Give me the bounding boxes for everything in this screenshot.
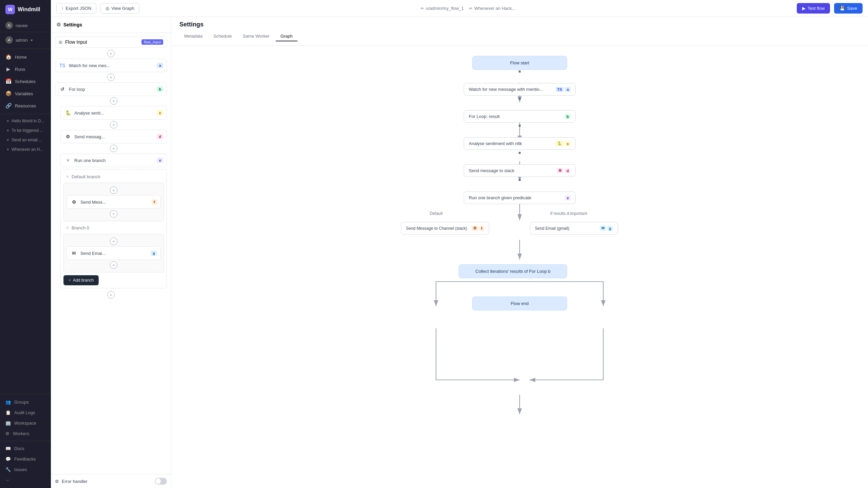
step-d[interactable]: ⚙ Send messag... d xyxy=(60,130,167,143)
flow-dot xyxy=(7,129,9,131)
flow-input-row[interactable]: ⊞ Flow Input flow_input xyxy=(55,36,167,48)
node-send-slack-badge: d xyxy=(565,168,571,173)
tab-metadata[interactable]: Metadata xyxy=(179,32,207,41)
dot-3 xyxy=(519,125,521,127)
add-branch-button[interactable]: ⑂ Add branch xyxy=(63,275,99,285)
left-panel: ⚙ Settings ⊞ Flow Input flow_input + TS … xyxy=(51,17,171,488)
add-button-1[interactable]: + xyxy=(107,74,115,81)
add-button-f-top[interactable]: + xyxy=(110,186,117,194)
add-button-e[interactable]: + xyxy=(110,145,117,152)
test-flow-button[interactable]: ▶ Test flow xyxy=(797,3,830,14)
branch-container: ⑂ Default branch + ⚙ Send Mess... f + xyxy=(60,169,167,288)
step-f[interactable]: ⚙ Send Mess... f xyxy=(66,195,161,209)
runs-icon: ▶ xyxy=(5,66,12,72)
step-g[interactable]: ✉ Send Emai... g xyxy=(66,246,161,260)
docs-icon: 📖 xyxy=(5,446,11,451)
sidebar-flow-whenever[interactable]: Whenever an H... xyxy=(0,145,51,154)
sidebar-bottom: 👥 Groups 📋 Audit Logs 🏢 Workspace ⚙ Work… xyxy=(0,394,51,488)
step-a-icon: TS xyxy=(59,62,66,69)
error-handler-label: Error handler xyxy=(62,479,88,484)
node-send-channel: Send Message to Channel (slack) ⚙ f xyxy=(401,222,489,235)
main-area: ↑ Export JSON ◎ View Graph ✏ u/admin/my_… xyxy=(51,0,868,488)
branch0-section: + ✉ Send Emai... g + xyxy=(63,234,164,272)
sidebar-item-schedules[interactable]: 📅 Schedules xyxy=(0,75,51,87)
runs-label: Runs xyxy=(15,67,25,72)
sidebar-user-section: N navee xyxy=(0,19,51,32)
schedules-icon: 📅 xyxy=(5,78,12,84)
step-d-label: Send messag... xyxy=(74,134,154,139)
export-json-button[interactable]: ↑ Export JSON xyxy=(56,3,96,14)
sidebar-item-feedbacks[interactable]: 💬 Feedbacks xyxy=(0,454,51,464)
branch0-label: Branch 0 xyxy=(72,225,89,230)
node-flow-start: Flow start xyxy=(472,56,567,70)
sidebar-item-variables[interactable]: 📦 Variables xyxy=(0,87,51,100)
flow-path[interactable]: ✏ u/admin/my_flow_1 xyxy=(421,6,464,11)
sidebar-item-audit-logs[interactable]: 📋 Audit Logs xyxy=(0,407,51,418)
tab-schedule[interactable]: Schedule xyxy=(209,32,236,41)
add-button-0[interactable]: + xyxy=(107,50,115,57)
groups-label: Groups xyxy=(14,400,29,405)
variables-label: Variables xyxy=(15,91,33,96)
flow-input-icon: ⊞ xyxy=(59,40,62,45)
tab-same-worker[interactable]: Same Worker xyxy=(238,32,274,41)
sidebar-item-back[interactable]: ← xyxy=(0,475,51,485)
step-a[interactable]: TS Watch for new mes... a xyxy=(55,59,167,72)
add-button-g-top[interactable]: + xyxy=(110,238,117,245)
sidebar-item-docs[interactable]: 📖 Docs xyxy=(0,443,51,454)
add-button-bottom[interactable]: + xyxy=(107,291,115,299)
step-a-badge: a xyxy=(157,63,163,68)
sidebar-nav: 🏠 Home ▶ Runs 📅 Schedules 📦 Variables 🔗 … xyxy=(0,51,51,394)
sidebar-item-workspace[interactable]: 🏢 Workspace xyxy=(0,418,51,428)
node-collect: Collect iterations' results of For Loop … xyxy=(459,264,567,278)
sidebar-item-resources[interactable]: 🔗 Resources xyxy=(0,100,51,112)
home-icon: 🏠 xyxy=(5,54,12,60)
tab-graph[interactable]: Graph xyxy=(276,32,297,41)
branch0-icon: ⑂ xyxy=(66,225,69,230)
error-handler-toggle[interactable] xyxy=(155,478,167,485)
add-button-f-bot[interactable]: + xyxy=(110,210,117,218)
sidebar-flow-hello-world[interactable]: Hello World in D... xyxy=(0,116,51,126)
graph-icon: ◎ xyxy=(105,6,109,11)
sidebar-item-groups[interactable]: 👥 Groups xyxy=(0,397,51,407)
sidebar-item-home[interactable]: 🏠 Home xyxy=(0,51,51,63)
resources-label: Resources xyxy=(15,103,36,108)
add-button-g-bot[interactable]: + xyxy=(110,261,117,269)
user-avatar: N xyxy=(5,22,13,29)
left-panel-scroll: ⊞ Flow Input flow_input + TS Watch for n… xyxy=(51,33,171,474)
issues-label: Issues xyxy=(14,467,27,472)
settings-header: ⚙ Settings xyxy=(51,17,171,33)
default-branch-header[interactable]: ⑂ Default branch xyxy=(63,172,164,181)
sidebar-item-runs[interactable]: ▶ Runs xyxy=(0,63,51,75)
sidebar-flow-triggered[interactable]: To be triggered ... xyxy=(0,126,51,135)
sidebar-item-workers[interactable]: ⚙ Workers xyxy=(0,428,51,439)
step-e-badge: e xyxy=(157,158,163,163)
node-send-slack: Send message to slack ⚙ d xyxy=(464,164,576,177)
sidebar: W Windmill N navee A admin ▾ 🏠 Home ▶ Ru… xyxy=(0,0,51,488)
settings-icon: ⚙ xyxy=(56,22,61,28)
node-analyse-type: 🐍 xyxy=(556,141,564,146)
add-button-c[interactable]: + xyxy=(110,97,117,105)
step-c-icon: 🐍 xyxy=(64,109,72,117)
step-b[interactable]: ↺ For loop b xyxy=(55,82,167,96)
view-graph-button[interactable]: ◎ View Graph xyxy=(100,3,139,14)
dot-5 xyxy=(519,179,521,181)
sidebar-item-issues[interactable]: 🔧 Issues xyxy=(0,464,51,475)
add-branch-icon: ⑂ xyxy=(69,278,71,283)
workspace-icon: 🏢 xyxy=(5,421,11,426)
home-label: Home xyxy=(15,55,27,60)
app-name: Windmill xyxy=(18,6,40,13)
step-e[interactable]: ⑂ Run one branch e xyxy=(60,154,167,167)
branch0-header[interactable]: ⑂ Branch 0 xyxy=(63,223,164,232)
graph-canvas: Flow start Watch for new message with me… xyxy=(171,46,868,488)
sidebar-logo[interactable]: W Windmill xyxy=(0,0,51,19)
node-watch-label: Watch for new message with mentio... xyxy=(469,87,543,92)
flow-label: To be triggered ... xyxy=(12,128,43,133)
step-g-badge: g xyxy=(151,250,157,256)
step-c[interactable]: 🐍 Analyse senti... c xyxy=(60,106,167,120)
trigger-path[interactable]: ✏ Whenever an Hack... xyxy=(469,6,515,11)
save-button[interactable]: 💾 Save xyxy=(834,3,863,14)
add-button-d[interactable]: + xyxy=(110,121,117,128)
variables-icon: 📦 xyxy=(5,90,12,97)
step-d-icon: ⚙ xyxy=(64,133,72,140)
sidebar-flow-email[interactable]: Send an email ... xyxy=(0,135,51,145)
